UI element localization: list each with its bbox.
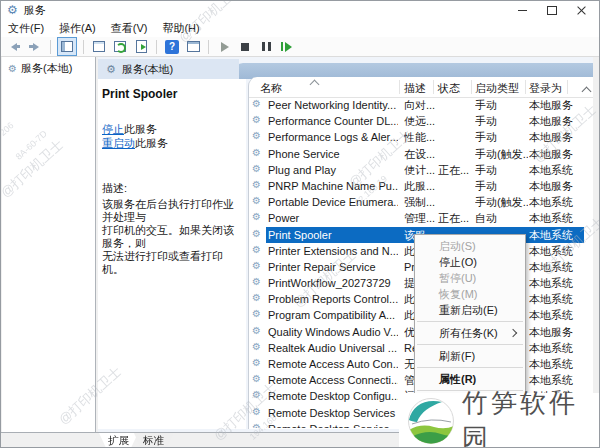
gear-icon: ⚙ xyxy=(252,277,261,287)
name-cell: Remote Access Auto Con... xyxy=(268,357,398,371)
logon-cell: 本地系统 xyxy=(529,341,589,355)
menu-separator xyxy=(417,344,523,345)
context-menu-item[interactable]: 刷新(F) xyxy=(415,348,525,364)
desc-cell: 性能... xyxy=(404,130,437,144)
services-gear-icon: ⚙ xyxy=(8,63,17,74)
menu-v[interactable]: 查看(V) xyxy=(111,21,148,36)
submenu-arrow-icon xyxy=(509,329,517,337)
sort-ascending-icon xyxy=(310,80,320,90)
service-row[interactable]: ⚙Peer Networking Identity...向对...手动本地服务 xyxy=(249,97,593,113)
gear-icon: ⚙ xyxy=(252,358,261,368)
column-header[interactable]: 启动类型 xyxy=(475,81,519,96)
startup-cell: 手动 xyxy=(475,98,528,112)
gear-icon: ⚙ xyxy=(252,245,261,255)
gear-icon: ⚙ xyxy=(252,229,261,239)
export-list-icon[interactable] xyxy=(132,38,150,55)
service-row[interactable]: ⚙Phone Service在设...手动(触发...本地服务 xyxy=(249,146,593,162)
site-logo: 竹笋软件园 xyxy=(399,393,600,448)
services-gear-icon: ⚙ xyxy=(7,4,18,16)
name-cell: Realtek Audio Universal ... xyxy=(268,341,398,355)
console-tree-pane: ⚙ 服务(本地) xyxy=(2,57,96,432)
gear-icon: ⚙ xyxy=(252,293,261,303)
gear-icon: ⚙ xyxy=(252,261,261,271)
startup-cell: 自动 xyxy=(475,211,528,225)
console-tree-icon[interactable] xyxy=(57,37,77,56)
window-title: 服务 xyxy=(24,3,46,18)
service-row[interactable]: ⚙Performance Counter DL...使远...手动本地服务 xyxy=(249,113,593,129)
service-row[interactable]: ⚙Plug and Play使计...正在...手动本地系统 xyxy=(249,162,593,178)
context-menu-item[interactable]: 属性(R) xyxy=(415,371,525,387)
menu-a[interactable]: 操作(A) xyxy=(59,21,96,36)
column-header[interactable]: 状态 xyxy=(438,81,460,96)
column-header[interactable]: 名称 xyxy=(260,81,282,96)
menu-f[interactable]: 文件(F) xyxy=(8,21,44,36)
selected-service-title: Print Spooler xyxy=(102,87,242,101)
desc-cell: 向对... xyxy=(404,98,437,112)
context-menu-item[interactable]: 重新启动(E) xyxy=(415,302,525,318)
logon-cell: 本地服务 xyxy=(529,98,589,112)
name-cell: Portable Device Enumera... xyxy=(268,195,398,209)
context-menu-item[interactable]: 所有任务(K) xyxy=(415,325,525,341)
toolbar xyxy=(1,37,599,57)
desc-cell: 使计... xyxy=(404,163,437,177)
desc-cell: 使远... xyxy=(404,114,437,128)
name-cell: Print Spooler xyxy=(268,228,398,242)
close-icon[interactable] xyxy=(567,1,597,19)
toolbar-separator xyxy=(208,40,209,54)
name-cell: Remote Desktop Services xyxy=(268,406,398,420)
site-logo-text: 竹笋软件园 xyxy=(462,386,600,448)
back-icon[interactable] xyxy=(5,38,23,55)
gear-icon: ⚙ xyxy=(252,148,261,158)
pause-icon[interactable] xyxy=(257,38,275,55)
startup-cell: 手动 xyxy=(475,130,528,144)
properties-icon[interactable] xyxy=(90,38,108,55)
services-window: ⚙ 服务 文件(F)操作(A)查看(V)帮助(H) ⚙ 服务(本地) ⚙ 服务(… xyxy=(0,0,600,448)
toolbar-separator xyxy=(50,40,51,54)
start-icon[interactable] xyxy=(215,38,233,55)
window-view-icon[interactable] xyxy=(184,38,202,55)
logon-cell: 本地服务 xyxy=(529,114,589,128)
name-cell: Problem Reports Control... xyxy=(268,292,398,306)
refresh-icon[interactable] xyxy=(111,38,129,55)
forward-icon[interactable] xyxy=(26,38,44,55)
restart-icon[interactable] xyxy=(278,38,296,55)
name-cell: Performance Counter DL... xyxy=(268,114,398,128)
tab-extended[interactable]: 扩展 xyxy=(99,433,138,448)
name-cell: Printer Repair Service xyxy=(268,260,398,274)
service-row[interactable]: ⚙Performance Logs & Aler...性能...手动本地服务 xyxy=(249,129,593,145)
column-separator xyxy=(399,80,400,94)
help-icon[interactable] xyxy=(165,40,179,54)
column-header[interactable]: 登录为 xyxy=(529,81,562,96)
gear-icon: ⚙ xyxy=(252,212,261,222)
logon-cell: 本地系统 xyxy=(529,357,589,371)
service-row[interactable]: ⚙Portable Device Enumera...强制...手动(触发...… xyxy=(249,194,593,210)
name-cell: Power xyxy=(268,211,398,225)
tab-standard[interactable]: 标准 xyxy=(134,433,173,448)
gear-icon: ⚙ xyxy=(252,423,261,428)
column-header[interactable]: 描述 xyxy=(404,81,426,96)
stop-icon[interactable] xyxy=(236,38,254,55)
minimize-icon[interactable] xyxy=(507,1,537,19)
gear-icon: ⚙ xyxy=(252,131,261,141)
logon-cell: 本地服务 xyxy=(529,130,589,144)
logon-cell: 本地系统 xyxy=(529,228,589,242)
logon-cell: 本地服务 xyxy=(529,147,589,161)
menu-h[interactable]: 帮助(H) xyxy=(162,21,199,36)
column-separator xyxy=(525,80,526,94)
gear-icon: ⚙ xyxy=(252,196,261,206)
logon-cell: 本地系统 xyxy=(529,292,589,306)
tree-item-services-local[interactable]: ⚙ 服务(本地) xyxy=(2,57,95,76)
restart-service-link[interactable]: 重启动 xyxy=(102,137,135,149)
service-row[interactable]: ⚙Power管理...正在...自动本地系统 xyxy=(249,210,593,226)
name-cell: Program Compatibility A... xyxy=(268,308,398,322)
maximize-icon[interactable] xyxy=(537,1,567,19)
gear-icon: ⚙ xyxy=(252,99,261,109)
context-menu-item[interactable]: 停止(O) xyxy=(415,254,525,270)
logon-cell: 本地系统 xyxy=(529,195,589,209)
desc-cell: 管理... xyxy=(404,211,437,225)
gear-icon: ⚙ xyxy=(252,115,261,125)
scrollbar-up-icon[interactable] xyxy=(582,87,592,97)
stop-service-link[interactable]: 停止 xyxy=(102,123,124,135)
context-menu-item: 启动(S) xyxy=(415,238,525,254)
service-row[interactable]: ⚙PNRP Machine Name Pu...此服...手动本地服务 xyxy=(249,178,593,194)
